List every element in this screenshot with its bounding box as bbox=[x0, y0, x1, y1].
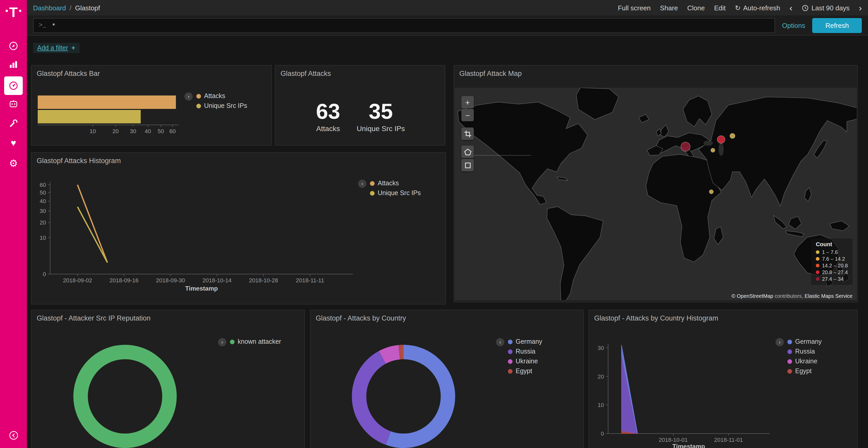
y-axis-tick-label: 30 bbox=[40, 208, 46, 214]
legend-label: Ukraine bbox=[516, 358, 538, 365]
map-legend-label: 14.2 – 20.8 bbox=[822, 263, 848, 268]
attack-location-dot[interactable] bbox=[711, 148, 715, 152]
attack-location-dot[interactable] bbox=[681, 142, 690, 151]
crop-icon bbox=[464, 130, 471, 138]
sidebar-collapse-button[interactable] bbox=[0, 426, 27, 444]
legend-item[interactable]: Germany bbox=[508, 338, 542, 345]
time-picker[interactable]: Last 90 days bbox=[802, 4, 849, 12]
query-input[interactable]: >_ * bbox=[33, 18, 775, 33]
share-button[interactable]: Share bbox=[660, 4, 678, 12]
pie-slice-known attacker[interactable] bbox=[81, 352, 169, 441]
y-axis-tick-label: 50 bbox=[40, 189, 46, 196]
auto-refresh-label: Auto-refresh bbox=[743, 4, 780, 12]
map-legend-swatch bbox=[816, 271, 819, 274]
legend-item[interactable]: Russia bbox=[508, 348, 542, 355]
kibana-dashboard: T bbox=[0, 0, 868, 448]
bar-Unique Src IPs[interactable] bbox=[38, 110, 141, 123]
y-axis-tick-label: 10 bbox=[598, 402, 604, 408]
legend-label: Ukraine bbox=[795, 358, 817, 365]
sidebar-item-tpot[interactable] bbox=[0, 95, 27, 112]
legend-label: Germany bbox=[795, 338, 822, 345]
legend-toggle-button[interactable]: › bbox=[776, 338, 784, 346]
options-link[interactable]: Options bbox=[782, 22, 805, 29]
sidebar-item-monitoring[interactable]: ♥ bbox=[0, 134, 27, 152]
metric-unique-src-ips: 35 Unique Src IPs bbox=[345, 100, 417, 133]
map-draw-rectangle-button[interactable] bbox=[461, 159, 474, 171]
telekom-logo[interactable]: T bbox=[0, 5, 27, 20]
legend-item[interactable]: Attacks bbox=[370, 180, 421, 187]
legend-item[interactable]: Ukraine bbox=[508, 358, 542, 365]
caspian-sea bbox=[718, 142, 723, 156]
logo-letter: T bbox=[9, 5, 18, 20]
polygon-icon bbox=[464, 148, 471, 156]
full-screen-button[interactable]: Full screen bbox=[618, 4, 651, 12]
bar-Attacks[interactable] bbox=[38, 96, 176, 109]
refresh-button[interactable]: Refresh bbox=[812, 18, 862, 33]
time-range-label: Last 90 days bbox=[811, 4, 849, 12]
y-axis-tick-label: 10 bbox=[40, 235, 46, 241]
clock-icon bbox=[802, 4, 808, 11]
map-legend-row: 27.4 – 34 bbox=[816, 276, 848, 282]
attack-location-dot[interactable] bbox=[709, 190, 713, 194]
x-axis-title: Timestamp bbox=[673, 443, 705, 448]
map-legend-swatch bbox=[816, 250, 819, 254]
chart-legend: › GermanyRussiaUkraineEgypt bbox=[776, 338, 822, 375]
sidebar-item-visualize[interactable] bbox=[0, 56, 27, 73]
clone-button[interactable]: Clone bbox=[687, 4, 705, 12]
ems-attribution-link[interactable]: Elastic Maps Service bbox=[804, 293, 852, 299]
attack-location-dot[interactable] bbox=[730, 133, 735, 139]
chart-legend: › known attacker bbox=[218, 338, 281, 346]
x-axis-tick-label: 2018-11-11 bbox=[296, 277, 324, 284]
legend-item[interactable]: Germany bbox=[787, 338, 822, 345]
legend-toggle-button[interactable]: › bbox=[184, 92, 193, 101]
map-legend-label: 27.4 – 34 bbox=[822, 276, 843, 282]
legend-item[interactable]: Egypt bbox=[508, 368, 542, 375]
x-axis-tick-label: 10 bbox=[90, 128, 96, 134]
y-axis-tick-label: 30 bbox=[598, 345, 604, 351]
panel-attacker-src-ip-reputation: Glastopf - Attacker Src IP Reputation › … bbox=[31, 310, 305, 448]
legend-swatch bbox=[787, 339, 792, 344]
legend-item[interactable]: Russia bbox=[787, 348, 822, 355]
map-draw-polygon-button[interactable] bbox=[461, 145, 474, 158]
legend-toggle-button[interactable]: › bbox=[358, 180, 366, 188]
map-zoom-out-button[interactable]: − bbox=[461, 109, 474, 121]
auto-refresh-button[interactable]: ↻ Auto-refresh bbox=[735, 4, 780, 12]
line-series-Attacks[interactable] bbox=[78, 185, 107, 263]
line-series-Unique Src IPs[interactable] bbox=[78, 207, 107, 263]
legend-item[interactable]: Ukraine bbox=[787, 358, 822, 365]
sidebar-item-management[interactable]: ⚙ bbox=[0, 154, 27, 172]
legend-item[interactable]: Unique Src IPs bbox=[196, 102, 247, 109]
legend-label: known attacker bbox=[238, 338, 281, 345]
y-axis-tick-label: 0 bbox=[601, 430, 604, 437]
edit-button[interactable]: Edit bbox=[714, 4, 726, 12]
osm-attribution-link[interactable]: © OpenStreetMap bbox=[732, 293, 773, 299]
attack-location-dot[interactable] bbox=[717, 136, 725, 143]
metric-label: Unique Src IPs bbox=[345, 125, 417, 133]
legend-item[interactable]: Attacks bbox=[196, 92, 247, 100]
time-back-chevron[interactable]: ‹ bbox=[789, 3, 792, 12]
sidebar-item-discover[interactable] bbox=[0, 37, 27, 55]
legend-item[interactable]: Egypt bbox=[787, 368, 822, 375]
legend-item[interactable]: known attacker bbox=[230, 338, 281, 345]
map-fit-bounds-button[interactable] bbox=[461, 128, 474, 140]
legend-label: Attacks bbox=[378, 180, 399, 187]
landmass bbox=[714, 227, 723, 244]
query-bar: >_ * Options Refresh bbox=[27, 15, 868, 36]
legend-label: Egypt bbox=[516, 368, 532, 375]
x-axis-tick-label: 60 bbox=[169, 128, 176, 134]
legend-item[interactable]: Unique Src IPs bbox=[370, 189, 421, 197]
legend-toggle-button[interactable]: › bbox=[496, 338, 504, 346]
sidebar-item-dashboard[interactable] bbox=[0, 77, 27, 95]
time-forward-chevron[interactable]: › bbox=[859, 3, 862, 12]
map-legend-swatch bbox=[816, 257, 819, 261]
add-filter-link[interactable]: Add a filter + bbox=[33, 43, 79, 53]
sidebar-item-devtools[interactable] bbox=[0, 114, 27, 132]
map-attribution: © OpenStreetMap contributors, Elastic Ma… bbox=[729, 292, 855, 299]
panel-glastopf-attacks-histogram: Glastopf Attacks Histogram 0102030405060… bbox=[31, 152, 446, 305]
breadcrumb-dashboard-link[interactable]: Dashboard bbox=[33, 4, 66, 12]
map-zoom-in-button[interactable]: + bbox=[461, 96, 474, 108]
legend-toggle-button[interactable]: › bbox=[218, 338, 226, 346]
legend-items: GermanyRussiaUkraineEgypt bbox=[508, 338, 542, 375]
landmass bbox=[547, 207, 603, 300]
world-map[interactable]: + − Count bbox=[455, 88, 857, 300]
